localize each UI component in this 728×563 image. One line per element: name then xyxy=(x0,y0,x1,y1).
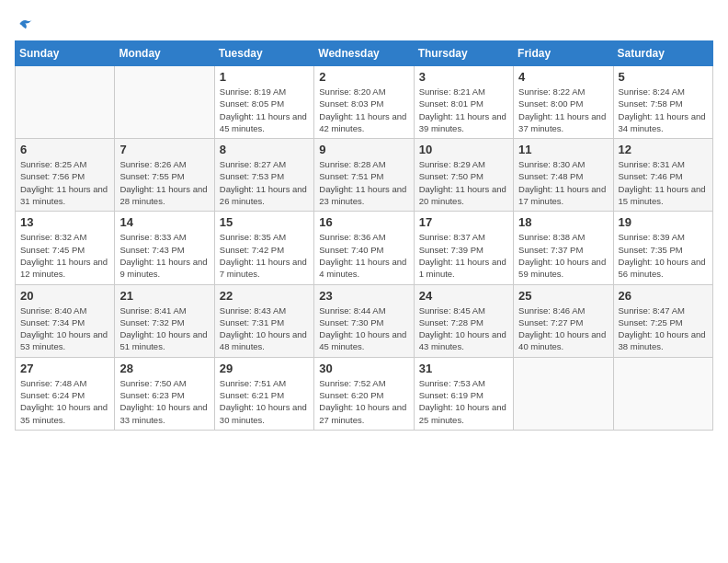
logo-bird-icon xyxy=(17,15,35,33)
day-info: Sunrise: 7:52 AM Sunset: 6:20 PM Dayligh… xyxy=(319,377,408,426)
day-number: 5 xyxy=(619,70,708,84)
calendar-week-row: 13Sunrise: 8:32 AM Sunset: 7:45 PM Dayli… xyxy=(16,212,713,284)
day-number: 6 xyxy=(20,143,109,156)
day-info: Sunrise: 8:29 AM Sunset: 7:50 PM Dayligh… xyxy=(419,158,508,207)
day-number: 9 xyxy=(319,143,408,156)
calendar-cell: 18Sunrise: 8:38 AM Sunset: 7:37 PM Dayli… xyxy=(514,212,613,284)
weekday-header-tuesday: Tuesday xyxy=(214,41,313,66)
day-number: 3 xyxy=(419,70,508,84)
day-number: 12 xyxy=(619,143,708,156)
day-number: 18 xyxy=(518,215,608,229)
calendar-cell: 12Sunrise: 8:31 AM Sunset: 7:46 PM Dayli… xyxy=(613,139,712,212)
day-number: 19 xyxy=(619,215,708,229)
calendar-cell: 19Sunrise: 8:39 AM Sunset: 7:35 PM Dayli… xyxy=(613,212,712,284)
day-info: Sunrise: 7:48 AM Sunset: 6:24 PM Dayligh… xyxy=(20,377,109,426)
day-info: Sunrise: 8:19 AM Sunset: 8:05 PM Dayligh… xyxy=(220,86,309,134)
calendar-cell xyxy=(115,66,214,139)
calendar-cell: 25Sunrise: 8:46 AM Sunset: 7:27 PM Dayli… xyxy=(514,284,613,357)
day-info: Sunrise: 8:27 AM Sunset: 7:53 PM Dayligh… xyxy=(220,158,309,207)
day-number: 11 xyxy=(518,143,608,156)
day-info: Sunrise: 8:35 AM Sunset: 7:42 PM Dayligh… xyxy=(220,231,309,280)
day-number: 7 xyxy=(119,143,209,156)
calendar-cell: 4Sunrise: 8:22 AM Sunset: 8:00 PM Daylig… xyxy=(514,66,613,139)
calendar-cell: 8Sunrise: 8:27 AM Sunset: 7:53 PM Daylig… xyxy=(214,139,313,212)
day-number: 23 xyxy=(319,289,408,303)
day-info: Sunrise: 8:24 AM Sunset: 7:58 PM Dayligh… xyxy=(619,86,708,134)
calendar-cell xyxy=(613,357,712,430)
day-number: 21 xyxy=(119,289,209,303)
calendar-cell: 27Sunrise: 7:48 AM Sunset: 6:24 PM Dayli… xyxy=(16,357,115,430)
calendar-cell: 24Sunrise: 8:45 AM Sunset: 7:28 PM Dayli… xyxy=(414,284,513,357)
day-number: 27 xyxy=(20,362,109,375)
calendar-week-row: 6Sunrise: 8:25 AM Sunset: 7:56 PM Daylig… xyxy=(16,139,713,212)
day-info: Sunrise: 8:37 AM Sunset: 7:39 PM Dayligh… xyxy=(419,231,508,280)
day-number: 15 xyxy=(220,215,309,229)
calendar-cell: 11Sunrise: 8:30 AM Sunset: 7:48 PM Dayli… xyxy=(514,139,613,212)
calendar-cell: 5Sunrise: 8:24 AM Sunset: 7:58 PM Daylig… xyxy=(613,66,712,139)
day-number: 10 xyxy=(419,143,508,156)
day-number: 2 xyxy=(319,70,408,84)
day-number: 24 xyxy=(419,289,508,303)
calendar-cell: 1Sunrise: 8:19 AM Sunset: 8:05 PM Daylig… xyxy=(214,66,313,139)
day-info: Sunrise: 8:30 AM Sunset: 7:48 PM Dayligh… xyxy=(518,158,608,207)
day-info: Sunrise: 7:51 AM Sunset: 6:21 PM Dayligh… xyxy=(220,377,309,426)
day-info: Sunrise: 8:36 AM Sunset: 7:40 PM Dayligh… xyxy=(319,231,408,280)
day-number: 8 xyxy=(220,143,309,156)
calendar-cell: 7Sunrise: 8:26 AM Sunset: 7:55 PM Daylig… xyxy=(115,139,214,212)
calendar-cell: 14Sunrise: 8:33 AM Sunset: 7:43 PM Dayli… xyxy=(115,212,214,284)
calendar-cell: 30Sunrise: 7:52 AM Sunset: 6:20 PM Dayli… xyxy=(314,357,414,430)
day-info: Sunrise: 8:28 AM Sunset: 7:51 PM Dayligh… xyxy=(319,158,408,207)
day-info: Sunrise: 8:26 AM Sunset: 7:55 PM Dayligh… xyxy=(119,158,209,207)
calendar-cell xyxy=(514,357,613,430)
day-number: 13 xyxy=(20,215,109,229)
calendar-week-row: 27Sunrise: 7:48 AM Sunset: 6:24 PM Dayli… xyxy=(16,357,713,430)
calendar-cell: 22Sunrise: 8:43 AM Sunset: 7:31 PM Dayli… xyxy=(214,284,313,357)
day-info: Sunrise: 8:43 AM Sunset: 7:31 PM Dayligh… xyxy=(220,304,309,353)
calendar-header-row: SundayMondayTuesdayWednesdayThursdayFrid… xyxy=(16,41,713,66)
calendar-cell: 28Sunrise: 7:50 AM Sunset: 6:23 PM Dayli… xyxy=(115,357,214,430)
logo xyxy=(15,15,35,33)
day-info: Sunrise: 8:33 AM Sunset: 7:43 PM Dayligh… xyxy=(119,231,209,280)
day-number: 29 xyxy=(220,362,309,375)
day-info: Sunrise: 8:31 AM Sunset: 7:46 PM Dayligh… xyxy=(619,158,708,207)
day-number: 1 xyxy=(220,70,309,84)
day-info: Sunrise: 8:44 AM Sunset: 7:30 PM Dayligh… xyxy=(319,304,408,353)
day-number: 28 xyxy=(119,362,209,375)
day-info: Sunrise: 8:45 AM Sunset: 7:28 PM Dayligh… xyxy=(419,304,508,353)
calendar-week-row: 20Sunrise: 8:40 AM Sunset: 7:34 PM Dayli… xyxy=(16,284,713,357)
day-info: Sunrise: 8:41 AM Sunset: 7:32 PM Dayligh… xyxy=(119,304,209,353)
weekday-header-thursday: Thursday xyxy=(414,41,513,66)
calendar-cell: 2Sunrise: 8:20 AM Sunset: 8:03 PM Daylig… xyxy=(314,66,414,139)
day-number: 25 xyxy=(518,289,608,303)
day-number: 20 xyxy=(20,289,109,303)
calendar-cell: 26Sunrise: 8:47 AM Sunset: 7:25 PM Dayli… xyxy=(613,284,712,357)
day-info: Sunrise: 8:38 AM Sunset: 7:37 PM Dayligh… xyxy=(518,231,608,280)
calendar-cell: 21Sunrise: 8:41 AM Sunset: 7:32 PM Dayli… xyxy=(115,284,214,357)
day-number: 16 xyxy=(319,215,408,229)
day-number: 14 xyxy=(119,215,209,229)
day-info: Sunrise: 8:32 AM Sunset: 7:45 PM Dayligh… xyxy=(20,231,109,280)
calendar-cell: 9Sunrise: 8:28 AM Sunset: 7:51 PM Daylig… xyxy=(314,139,414,212)
calendar-cell: 17Sunrise: 8:37 AM Sunset: 7:39 PM Dayli… xyxy=(414,212,513,284)
weekday-header-monday: Monday xyxy=(115,41,214,66)
day-number: 30 xyxy=(319,362,408,375)
day-number: 22 xyxy=(220,289,309,303)
day-info: Sunrise: 8:21 AM Sunset: 8:01 PM Dayligh… xyxy=(419,86,508,134)
weekday-header-saturday: Saturday xyxy=(613,41,712,66)
day-info: Sunrise: 8:39 AM Sunset: 7:35 PM Dayligh… xyxy=(619,231,708,280)
day-info: Sunrise: 8:25 AM Sunset: 7:56 PM Dayligh… xyxy=(20,158,109,207)
day-info: Sunrise: 8:20 AM Sunset: 8:03 PM Dayligh… xyxy=(319,86,408,134)
calendar-cell: 29Sunrise: 7:51 AM Sunset: 6:21 PM Dayli… xyxy=(214,357,313,430)
calendar-cell: 23Sunrise: 8:44 AM Sunset: 7:30 PM Dayli… xyxy=(314,284,414,357)
weekday-header-wednesday: Wednesday xyxy=(314,41,414,66)
day-info: Sunrise: 8:22 AM Sunset: 8:00 PM Dayligh… xyxy=(518,86,608,134)
weekday-header-friday: Friday xyxy=(514,41,613,66)
day-number: 26 xyxy=(619,289,708,303)
calendar-cell xyxy=(16,66,115,139)
calendar-cell: 16Sunrise: 8:36 AM Sunset: 7:40 PM Dayli… xyxy=(314,212,414,284)
day-info: Sunrise: 8:46 AM Sunset: 7:27 PM Dayligh… xyxy=(518,304,608,353)
calendar-cell: 10Sunrise: 8:29 AM Sunset: 7:50 PM Dayli… xyxy=(414,139,513,212)
title-area xyxy=(35,15,713,17)
calendar-cell: 13Sunrise: 8:32 AM Sunset: 7:45 PM Dayli… xyxy=(16,212,115,284)
calendar-cell: 15Sunrise: 8:35 AM Sunset: 7:42 PM Dayli… xyxy=(214,212,313,284)
